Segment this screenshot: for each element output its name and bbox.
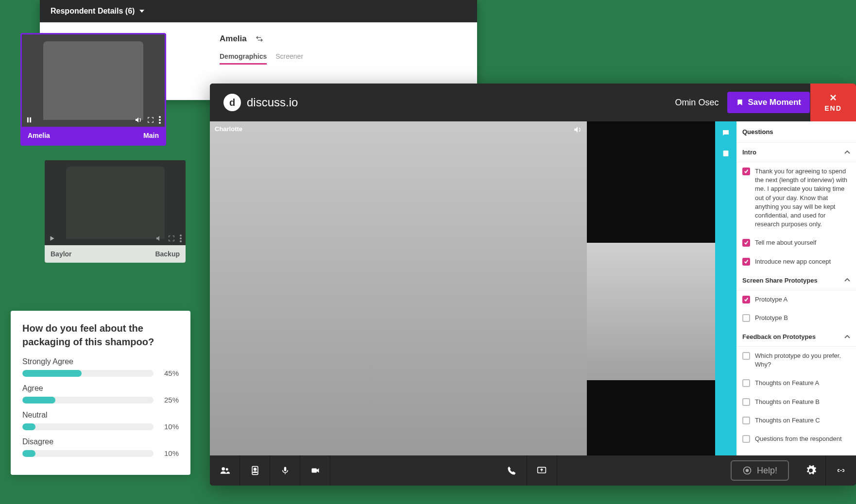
end-label: END: [824, 104, 842, 112]
checkbox-empty-icon[interactable]: [742, 352, 750, 360]
volume-icon[interactable]: [135, 116, 142, 124]
video-area: Charlotte: [210, 121, 715, 455]
phone-button[interactable]: [497, 455, 527, 486]
poll-pct: 10%: [160, 422, 179, 431]
chat-icon[interactable]: [719, 126, 733, 140]
question-section-header[interactable]: Feedback on Prototypes: [736, 327, 856, 347]
help-label: Help!: [757, 466, 777, 476]
question-text: Tell me about yourself: [755, 238, 816, 247]
question-item[interactable]: Prototype B: [736, 309, 856, 327]
svg-point-2: [159, 116, 161, 118]
help-icon: [742, 466, 752, 475]
question-item[interactable]: Questions from the respondent: [736, 430, 856, 448]
poll-bar-fill: [22, 370, 82, 377]
svg-rect-15: [311, 469, 317, 473]
checkbox-empty-icon[interactable]: [742, 417, 750, 424]
tab-demographics[interactable]: Demographics: [220, 52, 267, 65]
svg-point-7: [180, 240, 182, 242]
video-empty-slot: [587, 121, 715, 243]
notes-icon[interactable]: [719, 147, 733, 160]
checkbox-empty-icon[interactable]: [742, 379, 750, 387]
participants-button[interactable]: [210, 455, 240, 486]
question-section-header[interactable]: Intro: [736, 143, 856, 162]
poll-row: Disagree 10%: [22, 437, 179, 457]
questions-side-rail: [715, 121, 736, 455]
save-moment-button[interactable]: Save Moment: [727, 92, 810, 113]
question-item[interactable]: Tell me about yourself: [736, 234, 856, 252]
question-text: Thoughts on Feature B: [755, 398, 820, 406]
volume-icon[interactable]: [155, 235, 163, 242]
video-main[interactable]: Charlotte: [210, 121, 587, 455]
svg-point-13: [254, 468, 256, 470]
thumbnail-name: Amelia: [28, 132, 50, 139]
mic-button[interactable]: [270, 455, 300, 486]
chevron-up-icon: [844, 278, 850, 282]
question-text: Which prototype do you prefer. Why?: [755, 352, 850, 369]
poll-card: How do you feel about the packaging of t…: [11, 311, 190, 475]
question-item[interactable]: Thoughts on Feature A: [736, 374, 856, 392]
question-item[interactable]: Prototype A: [736, 290, 856, 309]
thumbnail-active[interactable]: Amelia Main: [20, 33, 166, 146]
poll-row-label: Disagree: [22, 437, 179, 446]
screenshare-button[interactable]: [527, 455, 557, 486]
link-button[interactable]: [826, 455, 856, 486]
checkbox-checked-icon[interactable]: [742, 168, 750, 175]
poll-row: Neutral 10%: [22, 411, 179, 431]
bookmark-icon: [736, 98, 744, 107]
question-item[interactable]: Introduce new app concept: [736, 252, 856, 271]
volume-icon[interactable]: [573, 125, 582, 134]
help-button[interactable]: Help!: [731, 460, 789, 481]
question-item[interactable]: Thoughts on Feature C: [736, 411, 856, 430]
question-text: Thoughts on Feature C: [755, 416, 820, 425]
poll-bar-track: [22, 370, 154, 377]
settings-button[interactable]: [796, 455, 826, 486]
question-item[interactable]: Thank you for agreeing to spend the next…: [736, 162, 856, 234]
tab-screener[interactable]: Screener: [275, 52, 303, 65]
video-secondary[interactable]: [587, 243, 715, 380]
play-icon[interactable]: [49, 235, 55, 242]
poll-title: How do you feel about the packaging of t…: [22, 321, 179, 349]
poll-bar-fill: [22, 423, 35, 430]
question-item[interactable]: Which prototype do you prefer. Why?: [736, 347, 856, 374]
checkbox-empty-icon[interactable]: [742, 435, 750, 443]
checkbox-checked-icon[interactable]: [742, 239, 750, 247]
svg-rect-1: [30, 118, 31, 123]
fullscreen-icon[interactable]: [168, 235, 175, 242]
pause-icon[interactable]: [26, 117, 33, 123]
questions-content: Questions IntroThank you for agreeing to…: [736, 121, 856, 455]
session-timer: Omin Osec: [675, 98, 719, 108]
poll-row-label: Strongly Agree: [22, 357, 179, 366]
poll-bar-track: [22, 397, 154, 403]
question-text: Prototype A: [755, 295, 788, 304]
checkbox-empty-icon[interactable]: [742, 398, 750, 406]
checkbox-checked-icon[interactable]: [742, 258, 750, 266]
question-item[interactable]: Thoughts on Feature B: [736, 393, 856, 411]
video-side-column: [587, 121, 715, 455]
poll-row-label: Neutral: [22, 411, 179, 420]
swap-icon[interactable]: [256, 35, 263, 43]
checkbox-checked-icon[interactable]: [742, 296, 750, 303]
svg-rect-0: [27, 118, 29, 123]
contacts-button[interactable]: [240, 455, 270, 486]
respondent-name: Amelia: [220, 34, 247, 44]
thumbnail-inactive[interactable]: Baylor Backup: [45, 160, 186, 263]
poll-bar-fill: [22, 397, 55, 403]
fullscreen-icon[interactable]: [147, 117, 154, 123]
respondent-header-title: Respondent Details (6): [51, 7, 135, 16]
poll-pct: 45%: [160, 369, 179, 377]
more-icon[interactable]: [180, 235, 182, 242]
end-button[interactable]: END: [810, 84, 856, 121]
participant-name-label: Charlotte: [215, 125, 242, 133]
logo-badge-icon: d: [223, 94, 241, 111]
respondent-header[interactable]: Respondent Details (6): [40, 0, 477, 22]
question-text: Thank you for agreeing to spend the next…: [755, 167, 850, 229]
svg-rect-14: [284, 467, 286, 471]
checkbox-empty-icon[interactable]: [742, 314, 750, 322]
thumbnail-name: Baylor: [51, 250, 72, 258]
svg-point-3: [159, 119, 161, 121]
camera-button[interactable]: [300, 455, 330, 486]
svg-point-6: [180, 237, 182, 239]
chevron-down-icon: [139, 10, 144, 13]
question-section-header[interactable]: Screen Share Prototypes: [736, 271, 856, 290]
more-icon[interactable]: [159, 116, 161, 124]
